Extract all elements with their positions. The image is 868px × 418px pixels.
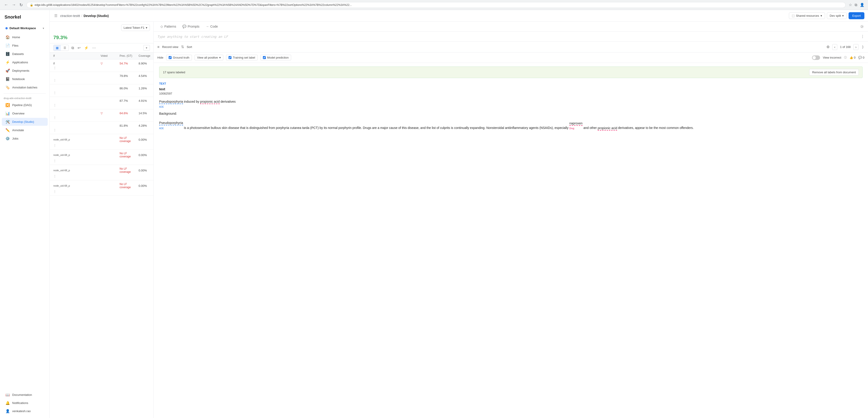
settings-icon[interactable]: ⚙ — [827, 45, 830, 49]
row-more-button[interactable]: ⋮ — [53, 128, 100, 132]
sidebar-item-files[interactable]: 📄 Files — [2, 41, 48, 50]
training-set-label-chip[interactable]: Training set label — [226, 55, 258, 60]
prev-page-button[interactable]: ‹ — [832, 44, 837, 50]
model-prediction-chip[interactable]: Model prediction — [260, 55, 291, 60]
sidebar-item-label: Jobs — [12, 137, 18, 140]
dev-split-button[interactable]: Dev split ▾ — [827, 12, 847, 19]
no-lf-label: No LF coverage — [120, 137, 138, 143]
span-pseudoporphyria-1[interactable]: Pseudoporphyria — [159, 100, 183, 104]
table-row[interactable]: ▽ 64.6% 14.5% ⋮ — [50, 109, 153, 122]
table-row[interactable]: node_uid-68_p No LF coverage 0.00% ⋮ — [50, 134, 153, 150]
sidebar-item-pipeline[interactable]: 🔀 Pipeline (DAG) — [2, 101, 48, 109]
lf-toolbar: ▦ ☰ ⧉ ↩ ⚡ ⋯ ▾ — [50, 43, 153, 53]
bookmark-button[interactable]: ☆ — [848, 2, 853, 8]
row-more-button[interactable]: ⋮ — [53, 174, 100, 178]
tab-bar: ◇ Patterns 💬 Prompts → Code ⧁ — [154, 22, 868, 32]
table-row[interactable]: node_uid-68_p No LF coverage 0.00% ⋮ — [50, 165, 153, 180]
row-more-button[interactable]: ⋮ — [53, 144, 100, 147]
undo-button[interactable]: ↩ — [76, 45, 81, 51]
row-more-button[interactable]: ⋮ — [53, 79, 100, 82]
ground-truth-checkbox[interactable] — [168, 56, 172, 59]
table-row[interactable]: 81.8% 4.28% ⋮ — [50, 122, 153, 134]
filter-icon-button[interactable]: ⧉ — [70, 45, 75, 51]
coverage-cell: 4.54% — [138, 74, 150, 78]
tab-prompts[interactable]: 💬 Prompts — [179, 22, 203, 32]
home-icon: 🏠 — [5, 35, 10, 39]
sidebar-toggle-button[interactable]: ☰ — [53, 13, 58, 19]
sidebar-item-annotate[interactable]: ✏️ Annotate — [2, 126, 48, 134]
coverage-cell: 1.26% — [138, 87, 150, 90]
remove-labels-button[interactable]: Remove all labels from document — [809, 69, 859, 76]
sidebar-item-overview[interactable]: 📊 Overview — [2, 110, 48, 117]
ground-truth-label: Ground truth — [173, 56, 189, 59]
hamburger-icon[interactable]: ≡ — [157, 45, 159, 49]
workspace-selector[interactable]: Default Workspace ▾ — [2, 24, 48, 32]
collapse-panel-button[interactable]: ⟩ — [861, 44, 864, 50]
back-button[interactable]: ← — [3, 2, 9, 8]
view-all-positive-dropdown[interactable]: View all positive ▾ — [195, 55, 223, 60]
view-incorrect-toggle[interactable] — [812, 55, 820, 60]
sidebar-item-applications[interactable]: ⚡ Applications — [2, 58, 48, 66]
info-icon: ⓘ — [844, 56, 847, 59]
sidebar-item-label: Documentation — [12, 393, 32, 396]
app-logo: Snorkel — [0, 13, 50, 23]
sidebar-item-notebook[interactable]: 📓 Notebook — [2, 75, 48, 83]
sort-button[interactable]: Sort — [187, 45, 192, 49]
table-row[interactable]: node_uid-68_p No LF coverage 0.00% ⋮ — [50, 150, 153, 165]
span-pseudoporphyria-2[interactable]: Pseudoporphyria — [159, 121, 183, 125]
forward-button[interactable]: → — [10, 2, 17, 8]
lf-metric-button[interactable]: Latest Token F1 ▾ — [121, 24, 150, 31]
filter-icon[interactable]: ⧁ — [860, 24, 864, 30]
lightning-icon-button[interactable]: ⚡ — [83, 45, 90, 51]
table-row[interactable]: node_uid-68_p No LF coverage 0.00% ⋮ — [50, 180, 153, 196]
row-more-button[interactable]: ⋮ — [53, 66, 100, 69]
table-row[interactable]: 87.7% 4.91% ⋮ — [50, 97, 153, 109]
sidebar-item-documentation[interactable]: 📖 Documentation — [2, 391, 48, 399]
section-label[interactable]: TEXT — [159, 82, 166, 85]
shared-resources-button[interactable]: ⬚ Shared resources ▾ — [789, 12, 825, 19]
extensions-button[interactable]: ⧉ — [854, 2, 858, 8]
export-button[interactable]: Export — [848, 12, 864, 19]
table-row[interactable]: 86.0% 1.26% ⋮ — [50, 84, 153, 97]
more-options-icon[interactable]: ⋮ — [861, 34, 864, 39]
more-options-button[interactable]: ⋯ — [91, 45, 97, 51]
record-view-button[interactable]: Record view — [162, 45, 178, 49]
hide-button[interactable]: Hide — [157, 56, 163, 59]
profile-button[interactable]: 👤 — [859, 2, 865, 8]
row-more-button[interactable]: ⋮ — [53, 103, 100, 107]
list-view-button[interactable]: ☰ — [61, 45, 68, 51]
span-naproxen[interactable]: naproxen — [569, 121, 583, 126]
sidebar-item-develop[interactable]: 🛠️ Develop (Studio) — [2, 118, 48, 126]
sidebar-item-jobs[interactable]: ⚙️ Jobs — [2, 135, 48, 143]
table-row[interactable]: 79.8% 4.54% ⋮ — [50, 72, 153, 84]
span-propionic-acid-1[interactable]: propionic acid — [200, 100, 219, 104]
url-bar[interactable]: 🔒 edge.k8s.g498.io/applications/18402/no… — [26, 2, 846, 8]
table-row[interactable]: lf ▽ 54.7% 8.90% ⋮ — [50, 59, 153, 72]
row-more-button[interactable]: ⋮ — [53, 91, 100, 94]
row-more-button[interactable]: ⋮ — [53, 159, 100, 162]
training-set-checkbox[interactable] — [228, 56, 231, 59]
sidebar-bottom: 📖 Documentation 🔔 Notifications 👤 venkat… — [0, 391, 50, 415]
lf-placeholder[interactable]: Type anything to start creating an LF — [157, 35, 228, 38]
tab-patterns[interactable]: ◇ Patterns — [157, 22, 179, 32]
sidebar-item-label: venkatesh.rao — [12, 410, 31, 413]
sidebar-item-datasets[interactable]: 🗄️ Datasets — [2, 50, 48, 58]
dropdown-selector[interactable]: ▾ — [143, 45, 150, 51]
row-more-button[interactable]: ⋮ — [53, 190, 100, 193]
sidebar-item-user[interactable]: 👤 venkatesh.rao — [2, 407, 48, 415]
tab-code[interactable]: → Code — [203, 22, 221, 32]
sidebar-item-notifications[interactable]: 🔔 Notifications — [2, 399, 48, 407]
next-page-button[interactable]: › — [853, 44, 859, 50]
lf-name: lf — [53, 62, 100, 65]
breadcrumb-parent[interactable]: ctraction-testtt — [60, 14, 80, 18]
model-prediction-checkbox[interactable] — [263, 56, 266, 59]
span-propionic-acid-2[interactable]: propionic acid — [598, 126, 617, 130]
ground-truth-chip[interactable]: Ground truth — [166, 55, 192, 60]
sidebar-item-home[interactable]: 🏠 Home — [2, 33, 48, 41]
view-all-positive-label: View all positive — [197, 56, 218, 59]
sidebar-item-deployments[interactable]: 🚀 Deployments — [2, 67, 48, 74]
sidebar-item-annotation-batches[interactable]: 🏷️ Annotation batches — [2, 84, 48, 91]
reload-button[interactable]: ↻ — [18, 2, 24, 8]
grid-view-button[interactable]: ▦ — [54, 45, 61, 51]
row-more-button[interactable]: ⋮ — [53, 116, 100, 119]
